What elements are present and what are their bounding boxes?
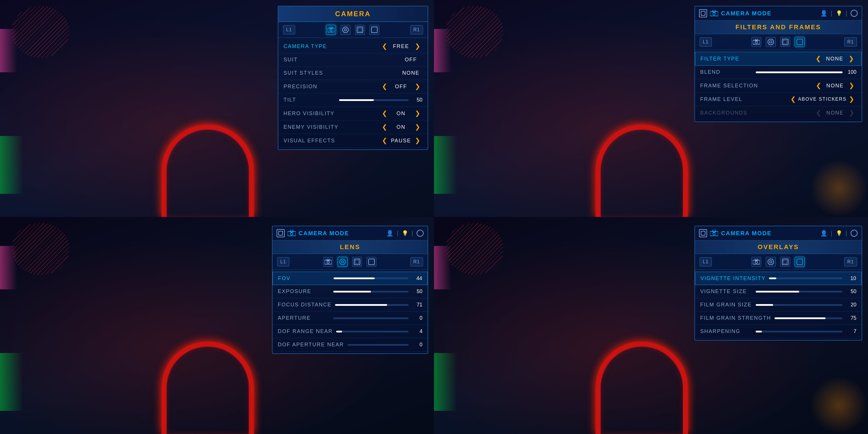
arrow-left-filter[interactable]: ❮ (813, 55, 823, 62)
svg-rect-43 (797, 259, 803, 265)
svg-rect-8 (701, 11, 705, 16)
row-film-grain-strength: FILM GRAIN STRENGTH 75 (695, 312, 862, 325)
nav-right-btn-q4[interactable]: R1 (844, 257, 857, 267)
slider-track-focus[interactable] (335, 304, 408, 306)
svg-point-14 (755, 41, 757, 43)
slider-track-dof-aperture[interactable] (347, 344, 408, 346)
mode-header-q4: CAMERA MODE 👤 | 💡 | (695, 226, 862, 241)
value-hero-visibility: ON (390, 111, 412, 117)
svg-point-2 (330, 29, 332, 31)
slider-track-grain-str[interactable] (775, 317, 842, 319)
tab-camera-q1[interactable] (326, 25, 336, 35)
tab-aperture-q2[interactable] (766, 37, 776, 47)
nav-right-btn-q2[interactable]: R1 (844, 37, 857, 46)
neon-lines-q2 (445, 6, 503, 58)
svg-point-23 (290, 232, 293, 235)
label-exposure: EXPOSURE (278, 288, 330, 294)
tab-camera-q3[interactable] (323, 257, 333, 267)
arrow-right-camera-type[interactable]: ❯ (412, 42, 423, 50)
label-film-grain-size: FILM GRAIN SIZE (700, 302, 752, 308)
value-suit-styles: NONE (399, 70, 423, 76)
nav-right-btn-q3[interactable]: R1 (410, 257, 423, 267)
slider-track-grain-sz[interactable] (756, 304, 842, 306)
slider-fill-focus (335, 304, 388, 306)
svg-point-40 (770, 261, 772, 263)
arrow-left-camera-type[interactable]: ❮ (380, 42, 390, 50)
settings-q2: FILTER TYPE ❮ NONE ❯ BLEND 100 FRAME SEL… (695, 50, 862, 122)
nav-icons-q2 (751, 37, 805, 47)
svg-point-27 (340, 259, 345, 265)
tab-crop-q4[interactable] (780, 257, 790, 267)
slider-track-fov[interactable] (334, 277, 408, 279)
tab-crop-q3[interactable] (352, 257, 362, 267)
slider-track-sharpening[interactable] (756, 331, 842, 333)
globe-icon-q4 (850, 230, 858, 237)
nav-tabs-q3: L1 (273, 254, 428, 270)
value-frame-selection: NONE (824, 83, 846, 89)
slider-track-tilt[interactable] (339, 99, 408, 101)
arrow-left-hero[interactable]: ❮ (380, 110, 390, 117)
slider-track-dof-range[interactable] (336, 331, 408, 333)
row-film-grain-size: FILM GRAIN SIZE 20 (695, 298, 862, 312)
label-hero-visibility: HERO VISIBILITY (283, 111, 380, 117)
nav-left-btn-q1[interactable]: L1 (283, 25, 295, 34)
value-dof-range-near: 4 (412, 329, 423, 335)
arch-decoration-q1 (161, 124, 254, 217)
nav-left-btn-q3[interactable]: L1 (277, 257, 289, 267)
tab-frame-q2[interactable] (795, 37, 805, 47)
value-suit: OFF (399, 57, 423, 63)
person-icon-q4: 👤 (820, 230, 828, 237)
lens-panel: CAMERA MODE 👤 | 💡 | LENS L1 (272, 226, 428, 354)
slider-track-vignette-sz[interactable] (756, 291, 842, 292)
tab-crop-q1[interactable] (355, 25, 365, 35)
tab-crop-q2[interactable] (780, 37, 790, 47)
slider-fill-vignette-sz (756, 291, 799, 292)
tab-frame-q1[interactable] (370, 25, 379, 35)
arrow-left-frame-lvl[interactable]: ❮ (788, 95, 798, 103)
row-vignette-size: VIGNETTE SIZE 50 (695, 285, 862, 298)
svg-rect-32 (701, 231, 705, 235)
panel-title: CAMERA (278, 6, 428, 22)
tab-aperture-q3[interactable] (338, 257, 347, 267)
slider-track-vignette-int[interactable] (769, 277, 842, 279)
value-sharpening: 7 (846, 329, 857, 335)
tab-camera-q2[interactable] (751, 37, 761, 47)
arrow-right-frame-lvl[interactable]: ❯ (846, 95, 857, 103)
arrow-right-enemy[interactable]: ❯ (412, 123, 423, 131)
tab-camera-q4[interactable] (751, 257, 761, 267)
nav-right-btn-q1[interactable]: R1 (410, 25, 423, 34)
arrow-right-frame-sel[interactable]: ❯ (846, 82, 857, 89)
slider-track-blend[interactable] (756, 71, 842, 73)
tab-aperture-q4[interactable] (766, 257, 776, 267)
tab-aperture-q1[interactable] (341, 25, 350, 35)
arrow-left-frame-sel[interactable]: ❮ (814, 82, 824, 89)
arrow-right-precision[interactable]: ❯ (412, 83, 423, 90)
square-icon-q2 (699, 9, 707, 18)
label-aperture: APERTURE (278, 315, 330, 321)
label-tilt: TILT (283, 97, 336, 103)
nav-left-btn-q2[interactable]: L1 (700, 37, 712, 46)
value-tilt: 50 (412, 97, 423, 103)
arrow-left-precision[interactable]: ❮ (380, 83, 390, 90)
slider-track-exposure[interactable] (333, 291, 408, 292)
value-enemy-visibility: ON (390, 124, 412, 130)
label-fov: FOV (278, 275, 330, 281)
row-camera-type: CAMERA TYPE ❮ FREE ❯ (278, 40, 428, 53)
slider-fill-vignette-int (769, 277, 776, 279)
svg-point-39 (768, 259, 774, 265)
arrow-left-enemy[interactable]: ❮ (380, 123, 390, 131)
nav-left-btn-q4[interactable]: L1 (700, 257, 712, 267)
settings-q1: CAMERA TYPE ❮ FREE ❯ SUIT OFF SUIT STYLE… (278, 38, 428, 149)
tab-frame-q3[interactable] (367, 257, 376, 267)
neon-lines-q1 (11, 6, 69, 58)
label-dof-range-near: DOF RANGE NEAR (278, 329, 333, 335)
arrow-right-filter[interactable]: ❯ (846, 55, 856, 62)
arrow-right-hero[interactable]: ❯ (412, 110, 423, 117)
tab-frame-q4[interactable] (795, 257, 805, 267)
arrow-left-visual[interactable]: ❮ (380, 137, 390, 144)
svg-rect-7 (372, 27, 377, 33)
row-suit: SUIT OFF (278, 53, 428, 66)
row-blend: BLEND 100 (695, 66, 862, 79)
arrow-right-visual[interactable]: ❯ (412, 137, 423, 144)
slider-track-aperture[interactable] (333, 317, 408, 319)
